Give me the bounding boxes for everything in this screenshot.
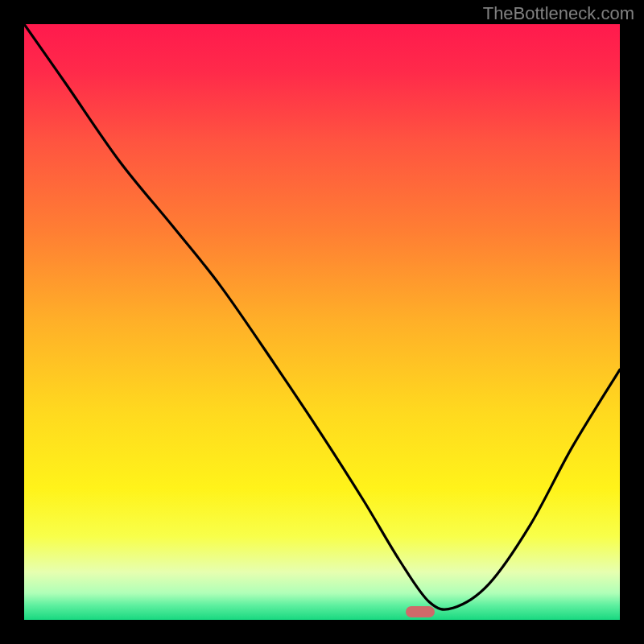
gradient-background — [24, 24, 620, 620]
chart-plot-area — [24, 24, 620, 620]
watermark-text: TheBottleneck.com — [483, 3, 634, 24]
chart-svg — [24, 24, 620, 620]
optimal-marker — [406, 606, 435, 617]
